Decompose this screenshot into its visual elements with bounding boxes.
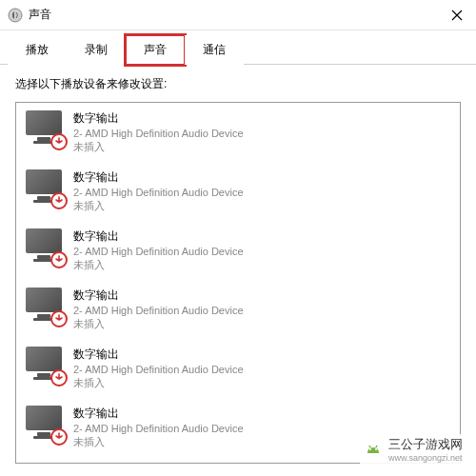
watermark-text: 三公子游戏网 — [388, 436, 463, 453]
tab-recording[interactable]: 录制 — [67, 35, 126, 65]
unplugged-badge-icon — [50, 133, 68, 150]
monitor-icon — [26, 228, 62, 253]
tab-sounds[interactable]: 声音 — [126, 35, 185, 65]
unplugged-badge-icon — [50, 310, 68, 327]
device-name: 数字输出 — [73, 406, 244, 422]
watermark: 三公子游戏网 www.sangongzi.net — [360, 434, 466, 465]
tab-bar: 播放 录制 声音 通信 — [0, 30, 476, 65]
device-item[interactable]: 数字输出 2- AMD High Definition Audio Device… — [16, 280, 460, 339]
monitor-icon — [26, 169, 62, 194]
device-icon — [26, 228, 64, 265]
device-icon — [26, 169, 64, 206]
device-item[interactable]: 数字输出 2- AMD High Definition Audio Device… — [16, 162, 460, 221]
close-icon — [451, 10, 463, 21]
device-description: 2- AMD High Definition Audio Device — [73, 364, 244, 375]
svg-point-0 — [9, 9, 22, 22]
tab-content: 选择以下播放设备来修改设置: 数字输出 2- AMD High Definiti… — [0, 65, 476, 475]
device-icon — [26, 406, 64, 442]
svg-line-4 — [376, 446, 377, 447]
device-name: 数字输出 — [73, 169, 244, 186]
device-name: 数字输出 — [73, 288, 244, 304]
unplugged-badge-icon — [50, 192, 68, 209]
device-status: 未插入 — [73, 140, 244, 154]
unplugged-badge-icon — [50, 428, 68, 446]
device-name: 数字输出 — [73, 110, 244, 127]
device-icon — [26, 110, 64, 147]
sound-icon — [8, 8, 23, 23]
device-list[interactable]: 数字输出 2- AMD High Definition Audio Device… — [15, 102, 461, 464]
device-description: 2- AMD High Definition Audio Device — [73, 305, 244, 316]
device-status: 未插入 — [73, 199, 244, 213]
device-description: 2- AMD High Definition Audio Device — [73, 246, 244, 257]
device-status: 未插入 — [73, 317, 244, 331]
device-item[interactable]: 数字输出 2- AMD High Definition Audio Device… — [16, 103, 460, 162]
device-description: 2- AMD High Definition Audio Device — [73, 187, 244, 198]
instruction-text: 选择以下播放设备来修改设置: — [15, 76, 461, 92]
device-name: 数字输出 — [73, 228, 244, 245]
device-description: 2- AMD High Definition Audio Device — [73, 128, 244, 139]
device-icon — [26, 288, 64, 324]
watermark-icon — [364, 440, 383, 459]
device-item[interactable]: 数字输出 2- AMD High Definition Audio Device… — [16, 339, 460, 398]
unplugged-badge-icon — [50, 369, 68, 387]
device-status: 未插入 — [73, 258, 244, 272]
device-status: 未插入 — [73, 376, 244, 390]
device-name: 数字输出 — [73, 347, 244, 363]
device-status: 未插入 — [73, 435, 244, 449]
svg-line-3 — [369, 446, 370, 447]
tab-playback[interactable]: 播放 — [8, 35, 67, 65]
close-button[interactable] — [438, 0, 476, 30]
watermark-url: www.sangongzi.net — [388, 453, 463, 463]
svg-point-1 — [369, 448, 371, 450]
device-item[interactable]: 数字输出 2- AMD High Definition Audio Device… — [16, 221, 460, 280]
titlebar: 声音 — [0, 0, 476, 30]
monitor-icon — [26, 347, 62, 371]
monitor-icon — [26, 288, 62, 312]
window-title: 声音 — [29, 7, 468, 23]
monitor-icon — [26, 406, 62, 430]
svg-point-2 — [375, 448, 377, 450]
monitor-icon — [26, 110, 62, 135]
tab-communications[interactable]: 通信 — [185, 35, 244, 65]
unplugged-badge-icon — [50, 251, 68, 268]
device-description: 2- AMD High Definition Audio Device — [73, 423, 244, 434]
device-icon — [26, 347, 64, 383]
